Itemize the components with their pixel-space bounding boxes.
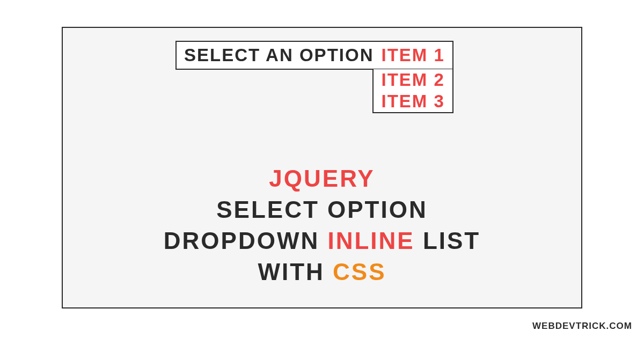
title-block: JQUERY SELECT OPTION DROPDOWN INLINE LIS… bbox=[63, 163, 581, 288]
dropdown-item-2[interactable]: ITEM 2 bbox=[374, 69, 452, 91]
dropdown-list: ITEM 2 ITEM 3 bbox=[372, 69, 453, 113]
title-word-css: CSS bbox=[333, 259, 386, 285]
dropdown-item-3[interactable]: ITEM 3 bbox=[374, 91, 452, 112]
title-word-inline: INLINE bbox=[327, 227, 414, 254]
title-word-list: LIST bbox=[423, 227, 480, 254]
select-label: SELECT AN OPTION bbox=[184, 45, 374, 65]
dropdown-container: SELECT AN OPTION ITEM 1 ITEM 2 ITEM 3 bbox=[175, 41, 453, 70]
select-box[interactable]: SELECT AN OPTION ITEM 1 bbox=[175, 41, 453, 70]
select-value: ITEM 1 bbox=[381, 45, 444, 65]
title-word-jquery: JQUERY bbox=[269, 165, 375, 192]
title-word-with: WITH bbox=[258, 259, 324, 285]
title-word-dropdown: DROPDOWN bbox=[164, 227, 319, 254]
title-word-select-option: SELECT OPTION bbox=[216, 196, 427, 223]
demo-frame: SELECT AN OPTION ITEM 1 ITEM 2 ITEM 3 JQ… bbox=[62, 27, 582, 308]
watermark: WEBDEVTRICK.COM bbox=[532, 321, 632, 332]
